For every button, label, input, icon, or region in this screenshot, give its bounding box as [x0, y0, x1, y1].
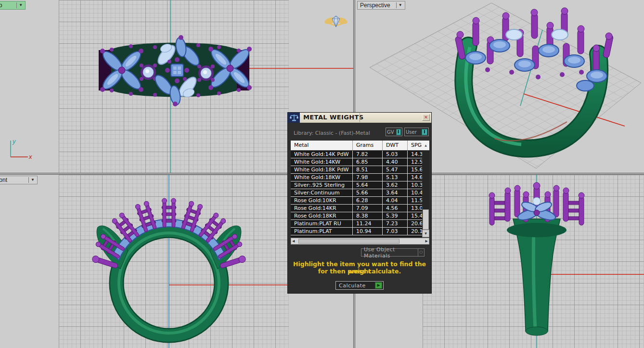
cell-spg: 15.41 — [408, 212, 422, 219]
dropdown-button-icon[interactable]: ○ — [418, 249, 424, 256]
cell-metal: Platinum:PLAT — [291, 228, 353, 235]
viewport-label-text: Front — [0, 177, 7, 183]
vertical-scroll-thumb[interactable] — [423, 209, 429, 230]
construction-grid — [59, 175, 289, 348]
gv-button[interactable]: GV I — [386, 128, 402, 136]
metal-weights-table: Metal Grams DWT SPG ▲ White Gold:14K PdW… — [291, 141, 429, 237]
cell-grams: 10.94 — [353, 228, 383, 235]
cell-spg: 10.40 — [408, 189, 422, 196]
svg-text:x: x — [28, 153, 32, 160]
chevron-down-icon: ▼ — [19, 3, 23, 8]
table-row[interactable]: Silver:Continuum5.663.6410.40 — [291, 189, 422, 197]
instruction-text-line2: for then press calculate. — [288, 268, 431, 275]
cell-metal: Silver:Continuum — [291, 189, 353, 196]
svg-text:y: y — [12, 138, 16, 145]
construction-grid — [59, 0, 289, 173]
cell-dwt: 4.04 — [383, 197, 408, 204]
cell-grams: 8.51 — [353, 166, 383, 173]
gv-button-label: GV — [387, 129, 394, 135]
table-row[interactable]: Silver:.925 Sterling5.643.6210.36 — [291, 181, 422, 189]
chevron-down-icon: ▼ — [399, 3, 402, 8]
axis-indicator-top: y x — [6, 137, 35, 161]
cell-grams: 6.85 — [353, 158, 383, 166]
cell-spg: 20.66 — [408, 220, 422, 227]
cell-metal: White Gold:18K PdW — [291, 166, 353, 173]
table-row[interactable]: Rose Gold:14KR7.094.5613.03 — [291, 205, 422, 212]
dropdown-selected-value: Use Object Materials — [364, 246, 418, 259]
column-header-grams: Grams — [353, 141, 383, 150]
viewport-label-text: Perspective — [360, 2, 390, 9]
table-row[interactable]: White Gold:14K PdW7.825.0314.37 — [291, 151, 422, 158]
calculate-button[interactable]: Calculate ▶ — [335, 281, 384, 290]
cell-dwt: 7.03 — [383, 228, 408, 235]
viewport-label-text: Top — [0, 2, 2, 9]
dialog-titlebar[interactable]: METAL WEIGHTS ✕ — [288, 113, 431, 123]
close-button[interactable]: ✕ — [422, 114, 430, 121]
cell-dwt: 3.64 — [383, 189, 408, 196]
cell-grams: 7.09 — [353, 205, 383, 212]
cell-spg: 11.54 — [408, 197, 422, 204]
table-row[interactable]: White Gold:18KW7.985.1314.66 — [291, 174, 422, 181]
cell-spg: 12.59 — [408, 158, 422, 166]
cell-spg: 13.03 — [408, 205, 422, 212]
scroll-up-button[interactable]: ▲ — [422, 141, 429, 150]
cell-grams: 11.24 — [353, 220, 383, 227]
cell-metal: White Gold:18KW — [291, 174, 353, 181]
table-row[interactable]: White Gold:14KW6.854.4012.59 — [291, 158, 422, 166]
cell-metal: Silver:.925 Sterling — [291, 181, 353, 189]
dialog-title: METAL WEIGHTS — [303, 114, 364, 121]
cell-metal: Rose Gold:14KR — [291, 205, 353, 212]
cell-dwt: 5.13 — [383, 174, 408, 181]
scroll-right-button[interactable]: ▶ — [425, 238, 428, 244]
gem-indicator-icon[interactable] — [324, 13, 348, 30]
table-row[interactable]: Rose Gold:18KR8.385.3915.41 — [291, 212, 422, 220]
horizontal-scrollbar[interactable]: ◀ ▶ — [291, 238, 429, 245]
play-icon: ▶ — [375, 282, 382, 289]
viewport-label-front[interactable]: Front ▼ — [0, 176, 38, 184]
metal-weights-dialog: METAL WEIGHTS ✕ Library: Classic - (Fast… — [287, 112, 432, 294]
library-label: Library: Classic - (Fast)-Metal — [294, 130, 370, 136]
cell-dwt: 5.39 — [383, 212, 408, 219]
user-indicator: I — [422, 129, 427, 135]
cell-grams: 5.66 — [353, 189, 383, 196]
cell-grams: 5.64 — [353, 181, 383, 189]
cell-dwt: 4.56 — [383, 205, 408, 212]
calculate-button-label: Calculate — [336, 283, 366, 289]
column-header-spg: SPG — [408, 141, 422, 150]
cell-dwt: 3.62 — [383, 181, 408, 189]
gv-indicator: I — [396, 129, 401, 135]
cell-metal: White Gold:14K PdW — [291, 151, 353, 158]
table-row[interactable]: White Gold:18K PdW8.515.4715.63 — [291, 166, 422, 174]
table-body: White Gold:14K PdW7.825.0314.37White Gol… — [291, 151, 422, 235]
column-header-dwt: DWT — [383, 141, 408, 150]
cell-spg: 14.66 — [408, 174, 422, 181]
construction-grid — [423, 175, 644, 348]
cell-spg: 15.63 — [408, 166, 422, 173]
scroll-left-button[interactable]: ◀ — [292, 238, 295, 244]
table-row[interactable]: Platinum:PLAT RU11.247.2320.66 — [291, 220, 422, 228]
table-row[interactable]: Rose Gold:10KR6.284.0411.54 — [291, 197, 422, 205]
cell-metal: Platinum:PLAT RU — [291, 220, 353, 227]
use-object-materials-dropdown[interactable]: Use Object Materials ○ — [361, 248, 425, 257]
cell-dwt: 7.23 — [383, 220, 408, 227]
cell-spg: 10.36 — [408, 181, 422, 189]
cell-spg: 14.37 — [408, 151, 422, 158]
cell-metal: White Gold:14KW — [291, 158, 353, 166]
scroll-down-button[interactable]: ▼ — [422, 230, 429, 237]
horizontal-scroll-thumb[interactable] — [298, 239, 399, 244]
cell-grams: 6.28 — [353, 197, 383, 204]
table-row[interactable]: Platinum:PLAT10.947.0320.10 — [291, 228, 422, 235]
viewport-label-top[interactable]: Top ▼ — [0, 1, 26, 10]
vertical-scrollbar[interactable]: ▼ — [422, 151, 429, 237]
table-header: Metal Grams DWT SPG ▲ — [291, 141, 429, 151]
close-icon: ✕ — [424, 115, 428, 120]
cell-grams: 7.98 — [353, 174, 383, 181]
cell-metal: Rose Gold:10KR — [291, 197, 353, 204]
cell-grams: 8.38 — [353, 212, 383, 219]
viewport-label-perspective[interactable]: Perspective ▼ — [357, 1, 405, 10]
user-button-label: User — [406, 129, 417, 135]
cell-dwt: 4.40 — [383, 158, 408, 166]
titlebar-separator — [360, 113, 360, 122]
cell-spg: 20.10 — [408, 228, 422, 235]
user-button[interactable]: User I — [404, 128, 429, 136]
